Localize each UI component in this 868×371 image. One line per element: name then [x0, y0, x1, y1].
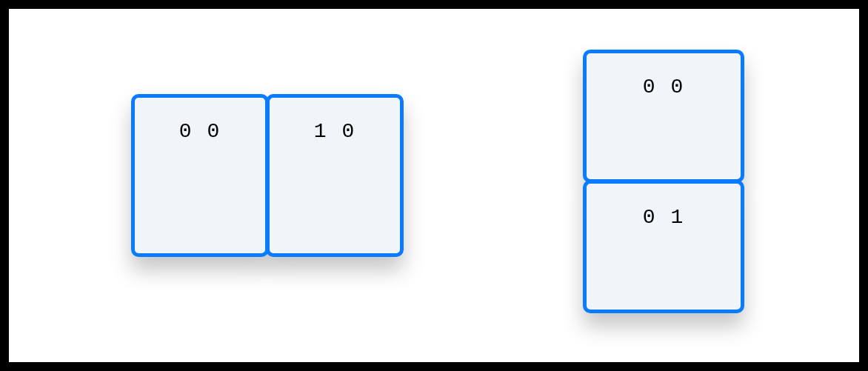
horizontal-group: 0 0 1 0 [131, 94, 404, 257]
vertical-group: 0 0 0 1 [583, 50, 744, 313]
coord-label: 1 0 [314, 120, 355, 143]
coord-box: 1 0 [266, 94, 404, 257]
diagram-canvas: 0 0 1 0 0 0 0 1 [9, 9, 859, 362]
coord-box: 0 0 [131, 94, 269, 257]
coord-label: 0 1 [643, 206, 684, 229]
coord-box: 0 0 [583, 50, 744, 183]
coord-label: 0 0 [179, 120, 221, 143]
coord-label: 0 0 [643, 76, 684, 98]
coord-box: 0 1 [583, 180, 744, 313]
